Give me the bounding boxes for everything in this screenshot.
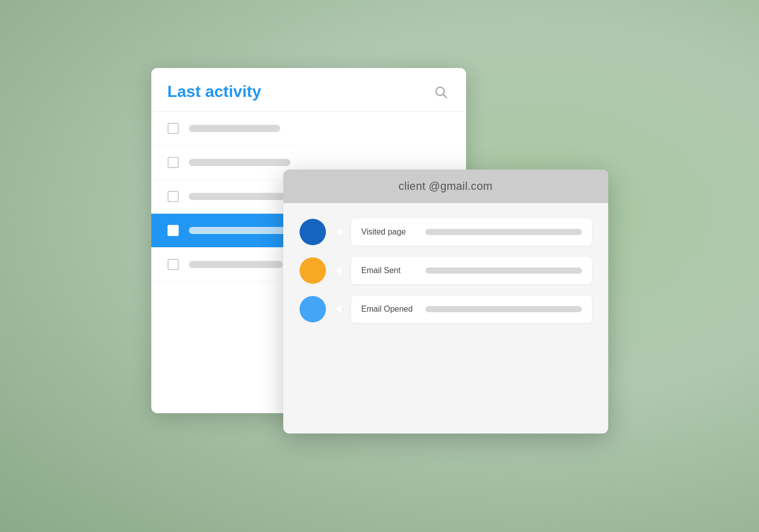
row-checkbox[interactable]: [168, 157, 179, 168]
search-icon: [434, 85, 448, 99]
search-button[interactable]: [432, 83, 450, 101]
card-front-header: client @gmail.com: [283, 170, 608, 203]
email-sent-dot: [300, 257, 326, 284]
client-email: client @gmail.com: [399, 180, 492, 192]
client-detail-card: client @gmail.com Visited page Email Sen…: [283, 170, 608, 434]
email-opened-card: Email Opened: [351, 295, 592, 323]
email-opened-bar: [425, 306, 582, 312]
email-sent-bar: [425, 268, 582, 274]
row-bar: [189, 159, 290, 166]
row-checkbox[interactable]: [168, 123, 179, 134]
visited-page-dot: [300, 219, 326, 245]
activity-row-visited-page: Visited page: [300, 218, 592, 246]
email-opened-triangle: [336, 305, 341, 313]
activity-row-email-sent: Email Sent: [300, 257, 592, 284]
visited-page-label: Visited page: [361, 227, 417, 237]
row-bar: [189, 193, 285, 200]
email-sent-label: Email Sent: [361, 266, 417, 275]
row-checkbox[interactable]: [168, 259, 179, 270]
activity-row-email-opened: Email Opened: [300, 295, 592, 323]
email-opened-dot: [300, 296, 326, 322]
row-bar: [189, 125, 280, 132]
row-checkbox[interactable]: [168, 191, 179, 202]
email-opened-label: Email Opened: [361, 305, 417, 314]
row-bar: [189, 261, 283, 268]
activity-detail-list: Visited page Email Sent Email Opened: [283, 203, 608, 338]
svg-line-1: [443, 94, 446, 97]
card-back-header: Last activity: [151, 68, 466, 112]
visited-page-bar: [425, 229, 582, 235]
row-checkbox[interactable]: [168, 225, 179, 236]
scene: Last activity: [151, 68, 608, 464]
last-activity-title: Last activity: [168, 82, 261, 101]
list-item[interactable]: [151, 112, 466, 146]
visited-page-triangle: [336, 228, 341, 236]
visited-page-card: Visited page: [351, 218, 592, 246]
email-sent-card: Email Sent: [351, 257, 592, 284]
email-sent-triangle: [336, 267, 341, 275]
